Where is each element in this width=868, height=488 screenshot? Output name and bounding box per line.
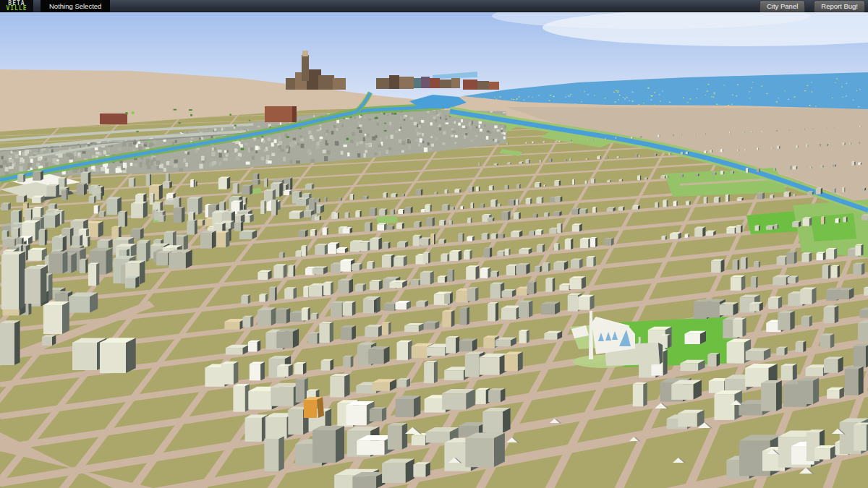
- skyline-clock-tower: [302, 55, 309, 81]
- city-3d-viewport[interactable]: [0, 0, 868, 488]
- orange-building[interactable]: [304, 397, 324, 418]
- betaville-window: BETA VILLE Nothing Selected City Panel R…: [0, 0, 868, 488]
- church-spire: [589, 311, 593, 359]
- city-panel-button[interactable]: City Panel: [760, 1, 805, 12]
- report-bug-button[interactable]: Report Bug!: [814, 1, 865, 12]
- logo-line2: VILLE: [0, 6, 33, 12]
- selection-status: Nothing Selected: [41, 0, 110, 12]
- betaville-logo: BETA VILLE: [0, 0, 33, 12]
- top-toolbar: BETA VILLE Nothing Selected City Panel R…: [0, 0, 868, 12]
